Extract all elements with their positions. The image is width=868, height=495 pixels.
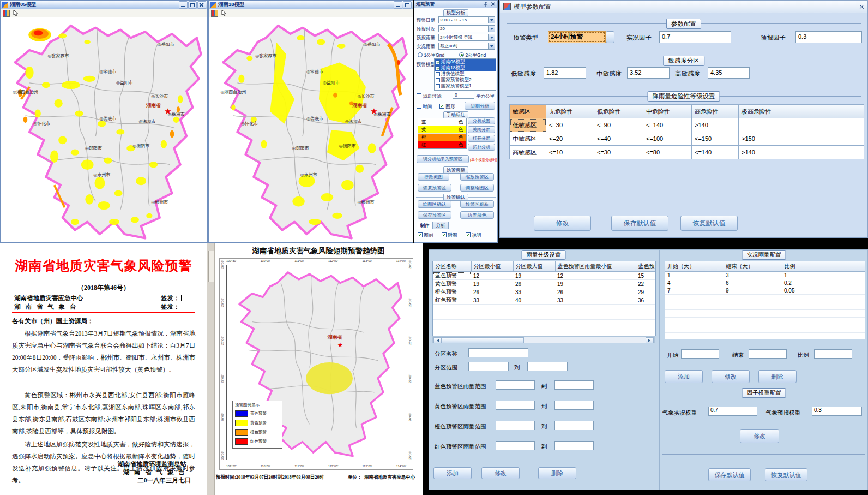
boundary-color-button[interactable]: 边界颜色 — [460, 211, 494, 219]
tab-produce[interactable]: 制作 — [417, 222, 433, 229]
live-rain-combo[interactable]: 截止08时 — [438, 43, 495, 50]
color-list-item[interactable]: 黄色 — [418, 126, 466, 134]
table-row[interactable]: 中敏感区 <=20<=40 <=100<=150 >150 — [510, 132, 864, 146]
table-row[interactable]: 46 0.2 — [665, 279, 865, 287]
scrollbar-thumb[interactable] — [208, 251, 214, 282]
modify-button[interactable]: 修改 — [740, 429, 779, 443]
color-list-item[interactable]: 红色 — [418, 141, 466, 149]
table-row[interactable]: 13 1 — [665, 272, 865, 279]
warn-type-combo[interactable]: 24小时预警 — [548, 31, 606, 43]
orange-range-min-input[interactable] — [496, 421, 535, 430]
vertical-scrollbar[interactable] — [207, 243, 215, 495]
forecast-weight-input[interactable]: 0.3 — [812, 407, 862, 416]
open-splitscreen-button[interactable]: 打开分屏 — [468, 135, 495, 142]
warning-model-listbox[interactable]: 湖南06模型 湖南18模型 潜势值模型 国家预警模型2 国家预警模型1 — [434, 58, 496, 91]
blue-range-min-input[interactable] — [496, 380, 535, 390]
add-button[interactable]: 添加 — [665, 370, 703, 383]
forecast-time-combo[interactable]: 20 — [438, 25, 495, 32]
attachmap-checkbox[interactable]: 附图 — [442, 232, 457, 239]
red-range-min-input[interactable] — [496, 441, 535, 450]
restore-defaults-button[interactable]: 恢复默认值 — [680, 216, 738, 231]
forecast-factor-input[interactable]: 0.3 — [795, 31, 862, 43]
annotation-color-list[interactable]: 蓝色黄色橙色红色 — [418, 118, 467, 149]
time-checkbox[interactable]: 时间 — [417, 104, 432, 110]
warnzone-refresh-button[interactable]: 预警区刷新 — [460, 200, 494, 208]
delete-button[interactable]: 删除 — [538, 467, 576, 479]
close-button[interactable] — [197, 1, 206, 9]
table-row[interactable]: 高敏感区 <=10<=30 <=80<=140 >140 — [510, 146, 864, 159]
table-row[interactable]: 橙色预警26 3326 29 — [433, 288, 655, 296]
chevron-down-icon[interactable] — [488, 26, 495, 32]
high-sens-input[interactable]: 4.35 — [708, 67, 750, 79]
maximize-button[interactable] — [403, 1, 412, 9]
live-rain-table[interactable]: 开始（天）结束（天） 比例 13 1 46 0.2 79 0.05 — [665, 261, 865, 339]
rain-grading-table[interactable]: 分区名称分区最小值 分区最大值蓝色预警区雨量最小值 蓝色预 蓝色预警12 191… — [432, 261, 656, 336]
mid-sens-input[interactable]: 3.52 — [627, 67, 670, 79]
blue-range-max-input[interactable] — [554, 380, 594, 390]
zone-name-input[interactable] — [468, 348, 528, 357]
cursor-tool-icon[interactable] — [221, 10, 227, 16]
model-checkbox-item[interactable]: 潜势值模型 — [435, 71, 496, 77]
minimize-button[interactable] — [179, 1, 188, 9]
yellow-range-max-input[interactable] — [554, 401, 594, 410]
patch-filter-input[interactable]: 0 — [453, 92, 474, 99]
table-row[interactable]: 79 0.05 — [665, 287, 865, 295]
chevron-down-icon[interactable] — [606, 31, 614, 43]
pin-icon[interactable] — [484, 2, 489, 7]
add-button[interactable]: 添加 — [433, 467, 472, 479]
map-canvas-hunan18[interactable]: ◎岳阳市◎张家界市◎常德市◎益阳市◎湘西自治州◎长沙市湖南省◎株洲市◎湘潭市◎娄… — [209, 17, 413, 242]
start-input[interactable] — [681, 349, 719, 359]
live-weight-input[interactable]: 0.7 — [708, 407, 757, 416]
horizontal-scrollbar[interactable] — [432, 336, 655, 343]
delete-button[interactable]: 删除 — [758, 370, 797, 383]
zoom-warnzone-button[interactable]: 缩放预警区 — [460, 173, 494, 181]
zone-range-min-input[interactable] — [468, 362, 509, 371]
chevron-down-icon[interactable] — [488, 43, 495, 49]
model-checkbox-item[interactable]: 国家预警模型2 — [435, 77, 496, 83]
warn-date-combo[interactable]: 2018 - 11 - 15 — [438, 16, 495, 23]
pan-tool-icon[interactable] — [211, 10, 218, 17]
end-input[interactable] — [749, 349, 787, 359]
modify-button[interactable]: 修改 — [534, 216, 591, 231]
save-defaults-button[interactable]: 保存默认值 — [708, 468, 751, 481]
patch-filter-checkbox[interactable]: 滤斑过滤 — [417, 93, 441, 100]
zone-range-max-input[interactable] — [527, 362, 568, 371]
table-row[interactable]: 蓝色预警12 1912 15 — [433, 272, 655, 280]
red-range-max-input[interactable] — [554, 441, 594, 450]
tab-analysis[interactable]: 分析 — [432, 222, 449, 229]
table-row[interactable]: 低敏感区 <=30<=90 <=140>140 — [510, 118, 864, 132]
model-checkbox-item[interactable]: 湖南06模型 — [435, 59, 496, 65]
note-checkbox[interactable]: 说明 — [466, 232, 481, 239]
color-list-item[interactable]: 橙色 — [418, 134, 466, 141]
low-sens-input[interactable]: 1.82 — [544, 67, 586, 79]
maximize-button[interactable] — [188, 1, 197, 9]
save-warnzone-button[interactable]: 保存预警区 — [418, 211, 451, 219]
table-row[interactable]: 红色预警33 4033 36 — [433, 296, 655, 305]
restore-warnzone-button[interactable]: 恢复预警区 — [418, 184, 451, 192]
tab-model-analysis[interactable]: 模型分析 — [443, 9, 468, 16]
close-icon[interactable] — [859, 4, 864, 9]
scroll-left-icon[interactable] — [433, 337, 442, 343]
save-defaults-button[interactable]: 保存默认值 — [611, 216, 668, 231]
shortterm-analyze-button[interactable]: 短期分析 — [465, 102, 495, 110]
scrollbar-thumb[interactable] — [441, 337, 524, 343]
admin-capture-button[interactable]: 行政截图 — [418, 173, 449, 181]
analysis-to-image-button[interactable]: 分析成图 — [468, 117, 495, 124]
yellow-range-min-input[interactable] — [496, 401, 535, 410]
adjust-drawzone-button[interactable]: 调整绘图区 — [460, 184, 494, 192]
forecast-rain-combo[interactable]: 24小时预报-早班 — [438, 34, 495, 41]
pan-tool-icon[interactable] — [3, 10, 10, 17]
close-icon[interactable] — [491, 2, 496, 7]
result-to-warnzone-button[interactable]: 调分析结果为预警区 — [417, 155, 469, 163]
chevron-down-icon[interactable] — [488, 17, 495, 23]
model-checkbox-item[interactable]: 湖南18模型 — [435, 65, 496, 71]
restore-defaults-button[interactable]: 恢复默认值 — [765, 468, 807, 481]
close-splitscreen-button[interactable]: 关闭分屏 — [468, 126, 495, 133]
cursor-tool-icon[interactable] — [13, 10, 19, 16]
modify-button[interactable]: 修改 — [712, 370, 750, 383]
graph-checkbox[interactable]: 图形 — [439, 104, 455, 110]
scroll-right-icon[interactable] — [646, 337, 654, 343]
legend-checkbox[interactable]: 图例 — [418, 232, 433, 239]
topology-analysis-button[interactable]: 拓扑分析 — [468, 144, 495, 151]
orange-range-max-input[interactable] — [554, 421, 594, 430]
